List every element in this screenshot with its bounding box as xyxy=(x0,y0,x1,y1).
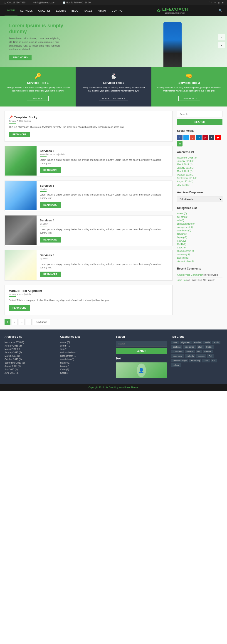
topbar-gp[interactable]: g xyxy=(218,1,220,4)
tag-item[interactable]: excerpt xyxy=(196,354,206,358)
tag-item[interactable]: audio xyxy=(212,340,220,344)
footer-archive-link[interactable]: June 2010 (3) xyxy=(4,371,56,375)
category-link[interactable]: Cat A (0) xyxy=(177,239,222,242)
topbar-em[interactable]: ✉ xyxy=(214,1,216,4)
footer-category-link[interactable]: arrangement (1) xyxy=(60,354,111,358)
comment-author-link[interactable]: John Doe xyxy=(177,279,187,281)
archive-link[interactable]: March 2011 (2) xyxy=(177,170,222,173)
topbar-fb[interactable]: f xyxy=(209,1,210,4)
text-post-read-more[interactable]: READ MORE xyxy=(9,305,30,311)
tag-item[interactable]: featured image xyxy=(172,359,188,362)
nav-search-icon[interactable]: 🔍 xyxy=(218,9,222,12)
tag-item[interactable]: alignment xyxy=(180,340,192,344)
footer-category-link[interactable]: sub (1) xyxy=(60,348,111,351)
page-2-btn[interactable]: 2 xyxy=(12,319,18,325)
post-6-read-more[interactable]: READ MORE xyxy=(40,167,61,173)
next-page-btn[interactable]: Next page xyxy=(33,319,50,325)
nav-blog[interactable]: BLOG xyxy=(69,6,81,15)
footer-archive-link[interactable]: March 2012 (6) xyxy=(4,348,56,351)
tag-item[interactable]: formatting xyxy=(189,359,201,362)
footer-category-link[interactable]: Cat B (1) xyxy=(60,371,111,375)
nav-pages[interactable]: PAGES xyxy=(81,6,95,15)
tag-item[interactable]: Articles xyxy=(192,340,202,344)
footer-archive-link[interactable]: January 2012 (6) xyxy=(4,351,56,354)
tag-item[interactable]: content xyxy=(185,350,195,353)
category-link[interactable]: sub (1) xyxy=(177,219,222,222)
tag-item[interactable]: gallery xyxy=(172,363,181,367)
page-1-btn[interactable]: 1 xyxy=(4,319,10,325)
tag-item[interactable]: fun xyxy=(211,359,217,362)
nav-home[interactable]: HOME xyxy=(4,6,18,16)
topbar-rss[interactable]: ⊕ xyxy=(222,1,224,4)
tag-item[interactable]: categories xyxy=(183,345,196,349)
hero-prev-btn[interactable]: ‹ xyxy=(218,42,225,48)
social-yt-btn[interactable]: ▶ xyxy=(215,135,221,140)
topbar-tw[interactable]: t xyxy=(211,1,212,4)
archive-link[interactable]: July 2010 (1) xyxy=(177,183,222,187)
category-link[interactable]: acForm (0) xyxy=(177,215,222,219)
nav-services[interactable]: SERVICES xyxy=(18,6,36,15)
nav-events[interactable]: EVENTS xyxy=(53,6,69,15)
tag-item[interactable]: Fail xyxy=(207,354,214,358)
tag-item[interactable]: comments xyxy=(172,350,184,353)
sidebar-search-btn[interactable]: SEARCH xyxy=(177,119,222,125)
sticky-read-more-btn[interactable]: READ MORE xyxy=(9,132,30,138)
category-link[interactable]: Cat C (0) xyxy=(177,246,222,249)
service-2-btn[interactable]: LEARN TO THE MORE › xyxy=(99,96,128,101)
archive-link[interactable]: September 2010 (2) xyxy=(177,176,222,180)
archives-dropdown-select[interactable]: Select Month xyxy=(177,196,222,202)
category-link[interactable]: aaaaa (0) xyxy=(177,212,222,215)
social-em-btn[interactable]: ✉ xyxy=(177,141,182,146)
category-link[interactable]: arrangement (0) xyxy=(177,226,222,229)
tag-item[interactable]: chat xyxy=(196,345,204,349)
social-pi-btn[interactable]: p xyxy=(202,135,208,140)
archive-link[interactable]: January 2013 (2) xyxy=(177,160,222,163)
sidebar-search-input[interactable] xyxy=(177,111,222,118)
category-link[interactable]: buying (0) xyxy=(177,236,222,239)
archive-link[interactable]: November 2018 (5) xyxy=(177,156,222,160)
tag-item[interactable]: dawork xyxy=(203,350,213,353)
footer-category-link[interactable]: acform (1) xyxy=(60,344,111,348)
archive-link[interactable]: January 2012 (3) xyxy=(177,166,222,170)
tag-item[interactable]: Codex xyxy=(204,345,214,349)
footer-archive-link[interactable]: March 2011 (1) xyxy=(4,354,56,358)
archive-link[interactable]: October 2010 (1) xyxy=(177,173,222,176)
page-5-btn[interactable]: 5 xyxy=(26,319,32,325)
tag-item[interactable]: 88IT xyxy=(172,340,179,344)
service-3-btn[interactable]: LEARN MORE › xyxy=(178,96,200,101)
tag-item[interactable]: css xyxy=(196,350,202,353)
category-link[interactable]: antiquarianism (0) xyxy=(177,222,222,226)
footer-category-link[interactable]: Cat A (1) xyxy=(60,368,111,371)
category-link[interactable]: damdabus (0) xyxy=(177,229,222,232)
footer-archive-link[interactable]: August 2010 (3) xyxy=(4,364,56,368)
footer-category-link[interactable]: aaaaa (6) xyxy=(60,340,111,344)
nav-coaches[interactable]: COACHES xyxy=(36,6,53,15)
footer-search-btn[interactable]: SEARCH xyxy=(116,348,167,354)
category-link[interactable]: championship (0) xyxy=(177,249,222,253)
tag-item[interactable]: captions xyxy=(172,345,182,349)
footer-archive-link[interactable]: January 2013 (5) xyxy=(4,344,56,348)
social-fb-btn[interactable]: f xyxy=(177,135,182,140)
tag-item[interactable]: edge case xyxy=(172,354,184,358)
tag-item[interactable]: aside xyxy=(204,340,212,344)
category-link[interactable]: dateship (0) xyxy=(177,256,222,260)
footer-category-link[interactable]: antiquarianism (1) xyxy=(60,351,111,354)
footer-category-link[interactable]: damdabus (1) xyxy=(60,358,111,361)
comment-author-link[interactable]: A WordPress Commenter xyxy=(177,274,203,276)
archive-link[interactable]: March 2012 (2) xyxy=(177,163,222,166)
footer-archive-link[interactable]: July 2010 (1) xyxy=(4,368,56,371)
tag-item[interactable]: embeds xyxy=(185,354,196,358)
archive-link[interactable]: August 2010 (1) xyxy=(177,180,222,183)
social-tu-btn[interactable]: t xyxy=(209,135,214,140)
footer-archive-link[interactable]: September 2010 (2) xyxy=(4,361,56,364)
post-3-read-more[interactable]: READ MORE xyxy=(40,272,61,277)
post-4-read-more[interactable]: READ MORE xyxy=(40,237,61,242)
footer-archive-link[interactable]: November 2018 (7) xyxy=(4,340,56,344)
footer-category-link[interactable]: bradar (1) xyxy=(60,361,111,364)
post-5-read-more[interactable]: READ MORE xyxy=(40,202,61,208)
social-gp-btn[interactable]: g xyxy=(190,135,195,140)
social-tw-btn[interactable]: t xyxy=(184,135,189,140)
social-li-btn[interactable]: in xyxy=(196,135,202,140)
category-link[interactable]: Cat B (0) xyxy=(177,242,222,246)
footer-search-input[interactable] xyxy=(116,340,167,347)
